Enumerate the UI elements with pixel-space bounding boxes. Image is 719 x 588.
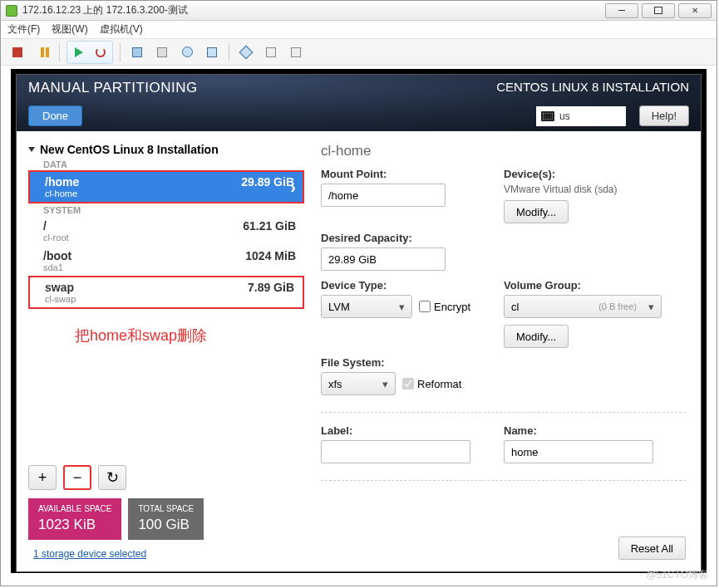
maximize-button[interactable]: [642, 3, 675, 18]
toolbar: [1, 39, 717, 66]
modify-vg-button[interactable]: Modify...: [504, 325, 569, 348]
partition-home[interactable]: /home 29.89 GiB cl-home: [28, 170, 304, 203]
menu-file[interactable]: 文件(F): [7, 22, 40, 37]
menu-vm[interactable]: 虚拟机(V): [100, 22, 143, 37]
vg-dropdown[interactable]: cl(0 B free): [504, 295, 662, 318]
section-system: SYSTEM: [28, 205, 304, 215]
devices-label: Device(s):: [504, 168, 686, 180]
storage-devices-link[interactable]: 1 storage device selected: [33, 548, 304, 560]
partition-boot[interactable]: /boot 1024 MiB sda1: [28, 246, 304, 276]
tree-title: New CentOS Linux 8 Installation: [40, 143, 219, 156]
restart-icon[interactable]: [91, 43, 111, 61]
detail-title: cl-home: [321, 143, 686, 159]
section-data: DATA: [28, 159, 304, 169]
settings-icon[interactable]: [286, 43, 306, 61]
divider: [321, 480, 686, 481]
product-title: CENTOS LINUX 8 INSTALLATION: [496, 80, 689, 94]
partition-root[interactable]: / 61.21 GiB cl-root: [28, 216, 304, 246]
help-button[interactable]: Help!: [639, 105, 689, 126]
mount-input[interactable]: [321, 184, 446, 207]
available-space: AVAILABLE SPACE 1023 KiB: [28, 498, 121, 540]
label-input[interactable]: [321, 440, 470, 463]
annotation-text: 把home和swap删除: [75, 326, 304, 345]
fs-dropdown[interactable]: xfs: [321, 372, 396, 395]
usb-icon[interactable]: [261, 43, 281, 61]
partition-swap[interactable]: swap 7.89 GiB cl-swap: [28, 276, 304, 309]
vmware-icon: [6, 5, 17, 17]
fs-label: File System:: [321, 356, 487, 369]
partition-mp: /home: [45, 175, 79, 189]
modify-device-button[interactable]: Modify...: [504, 200, 569, 223]
remove-partition-button[interactable]: −: [63, 465, 91, 490]
stop-icon[interactable]: [7, 43, 27, 61]
capacity-input[interactable]: [321, 247, 446, 271]
cd-icon[interactable]: [177, 43, 197, 61]
disk-icon[interactable]: [152, 43, 172, 61]
menu-view[interactable]: 视图(W): [52, 22, 87, 37]
network-icon[interactable]: [236, 43, 256, 61]
floppy-icon[interactable]: [202, 43, 222, 61]
encrypt-checkbox[interactable]: Encrypt: [419, 301, 470, 313]
reset-all-button[interactable]: Reset All: [618, 537, 686, 560]
device-type-dropdown[interactable]: LVM: [321, 295, 412, 318]
mount-label: Mount Point:: [321, 168, 487, 180]
divider: [321, 412, 686, 413]
label-label: Label:: [321, 424, 487, 437]
menubar: 文件(F) 视图(W) 虚拟机(V): [1, 21, 717, 39]
installer-header: MANUAL PARTITIONING CENTOS LINUX 8 INSTA…: [17, 75, 701, 131]
window-titlebar: 172.16.12.23 上的 172.16.3.200-测试: [1, 1, 717, 21]
reformat-checkbox[interactable]: Reformat: [402, 378, 461, 390]
reload-button[interactable]: ↻: [98, 465, 126, 490]
snapshot-icon[interactable]: [127, 43, 147, 61]
name-label: Name:: [504, 424, 686, 437]
device-type-label: Device Type:: [321, 279, 487, 292]
window-title: 172.16.12.23 上的 172.16.3.200-测试: [22, 3, 188, 17]
add-partition-button[interactable]: +: [28, 465, 57, 490]
vg-label: Volume Group:: [504, 279, 686, 292]
total-space: TOTAL SPACE 100 GiB: [128, 498, 204, 540]
minimize-button[interactable]: [605, 3, 638, 18]
name-input[interactable]: [504, 440, 653, 463]
chevron-down-icon: [28, 147, 35, 152]
capacity-label: Desired Capacity:: [321, 232, 487, 244]
partition-dev: cl-home: [45, 189, 294, 198]
pause-icon[interactable]: [32, 43, 52, 61]
watermark: @51CTO博客: [646, 568, 708, 582]
keyboard-layout: us: [559, 110, 570, 122]
install-tree-header[interactable]: New CentOS Linux 8 Installation: [28, 143, 304, 156]
close-button[interactable]: [678, 3, 712, 18]
devices-text: VMware Virtual disk (sda): [504, 184, 686, 195]
done-button[interactable]: Done: [28, 105, 82, 126]
partition-size: 29.89 GiB: [241, 175, 294, 189]
keyboard-icon: [541, 111, 554, 121]
keyboard-selector[interactable]: us: [536, 106, 626, 126]
play-icon[interactable]: [69, 43, 89, 61]
